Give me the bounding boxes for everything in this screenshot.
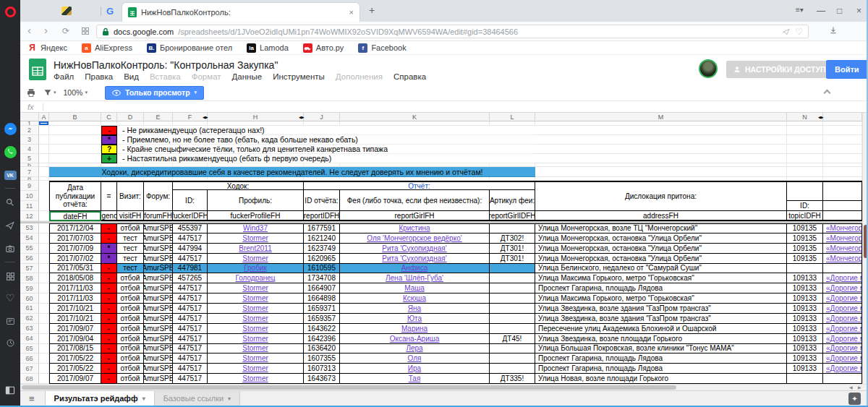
legend-text[interactable]: - Не риккамендуеццо (астерегаццо нах!) [117, 126, 535, 135]
cell-legend-mark[interactable]: - [101, 304, 117, 314]
cell[interactable] [39, 294, 49, 304]
cell-topic-link[interactable]: «Дорогие мо [823, 364, 862, 374]
cell-fucker-id[interactable]: 447994 [173, 244, 208, 254]
cell[interactable] [39, 314, 49, 324]
cell-profile-link[interactable]: Stormer [208, 254, 304, 264]
cell-girl-link[interactable]: Яна [340, 304, 490, 314]
cell-address[interactable]: Улица Большая Покровская, возле клиники … [535, 344, 787, 354]
pinned-tab-google[interactable]: G [104, 5, 116, 17]
cell-legend-mark[interactable]: - [101, 354, 117, 364]
row-header-10[interactable]: 10 [20, 191, 39, 201]
cell-girl-link[interactable]: Марина [340, 324, 490, 334]
bookmark-item[interactable]: ЯЯндекс [27, 43, 67, 53]
row-header-11[interactable]: 11 [20, 201, 39, 211]
cell-address[interactable]: Проспект Гагарина, площадь Лядова [535, 354, 787, 364]
header-report-id[interactable]: ID отчёта: [304, 190, 340, 211]
field-fuckerIDFH[interactable]: fuckerIDFH [173, 211, 208, 221]
cell-fucker-id[interactable]: 447517 [173, 304, 208, 314]
cell[interactable] [49, 135, 101, 145]
cell-girl-link[interactable]: Рита 'Сухопиздная' [340, 254, 490, 264]
cell-visit[interactable]: отбой [117, 273, 144, 283]
bookmark-item[interactable]: aAliExpress [82, 43, 132, 53]
row-header-68[interactable]: 68 [20, 374, 39, 384]
menu-Файл[interactable]: Файл [54, 72, 74, 81]
legend-text[interactable]: - Настаятильна риккамендуеццо (ебать ф п… [117, 154, 535, 163]
header-hodok[interactable]: Ходок: [173, 181, 304, 190]
field-addressFH[interactable]: addressFH [535, 211, 787, 221]
cell-topic-id[interactable]: 109133 [787, 334, 823, 344]
cell-report-id[interactable]: 1734708 [304, 273, 340, 283]
row-header-61[interactable]: 61 [20, 304, 39, 314]
cell-forum[interactable]: AmurSPB [144, 273, 173, 283]
cell[interactable] [39, 145, 49, 154]
field-reportGirlIDFH[interactable]: reportGirlIDFH [490, 211, 535, 221]
row-header-2[interactable]: 2 [20, 126, 39, 135]
cell-artikul[interactable] [490, 324, 535, 334]
cell-girl-link[interactable]: Маша [340, 283, 490, 294]
cell-fucker-id[interactable]: 447517 [173, 234, 208, 244]
header-feya[interactable]: Фея (либо точка, если фея неизвестна): [340, 190, 490, 211]
row-header-12[interactable]: 12 [20, 211, 39, 221]
cell-topic-id[interactable]: 109133 [787, 364, 823, 374]
row-header-67[interactable]: 67 [20, 364, 39, 374]
cell-artikul[interactable] [490, 273, 535, 283]
cell-visit[interactable]: отбой [117, 294, 144, 304]
field-reportIDFH[interactable]: reportIDFH [304, 211, 340, 221]
cell-forum[interactable]: AmurSPB [144, 344, 173, 354]
cell-fucker-id[interactable]: 447517 [173, 254, 208, 264]
cell-date[interactable]: 2017/08/15 [49, 344, 101, 354]
cell-profile-link[interactable]: Stormer [208, 344, 304, 354]
cell-report-id[interactable]: 1636420 [304, 344, 340, 354]
document-title[interactable]: НижНовПалкоКонтроль: "Контрольная Закупк… [54, 59, 278, 71]
cell[interactable] [787, 126, 823, 135]
hidden-columns-indicator-after-N[interactable]: ◀▶ [818, 115, 824, 119]
field-fuckerProfileFH[interactable]: fuckerProfileFH [208, 211, 304, 221]
cell-address[interactable]: Улица Белинского, недалеко от "Самурай С… [535, 264, 787, 274]
cell-topic-link[interactable]: «Дорогие мо [823, 344, 862, 354]
cell-girl-link[interactable]: Тая [340, 374, 490, 384]
cell-address[interactable]: Пересечение улиц Академика Блохиной и Ош… [535, 324, 787, 334]
header-otchet-link[interactable]: Отчёт: [304, 181, 535, 190]
cell-topic-id[interactable]: 109133 [787, 344, 823, 354]
cell-date[interactable]: 2017/12/04 [49, 223, 101, 234]
bookmark-heart-icon[interactable]: ♡ [795, 27, 803, 37]
field-dateFH[interactable]: dateFH [49, 211, 101, 221]
cell-forum[interactable]: AmurSPB [144, 254, 173, 264]
cell[interactable] [535, 135, 787, 145]
cell-address[interactable]: Улица Звездинка, возле здания "ГазПром т… [535, 314, 787, 324]
grid-corner[interactable] [20, 113, 39, 121]
header-date[interactable]: Дата публикации отчёта: [49, 181, 101, 211]
user-avatar[interactable] [699, 59, 718, 78]
cell-topic-id[interactable]: 109133 [787, 354, 823, 364]
my-flow-icon[interactable] [0, 217, 20, 234]
back-button[interactable]: ‹ [27, 24, 31, 36]
cell-topic-link[interactable]: «Мончегорс [823, 223, 862, 234]
cell-visit[interactable]: отбой [117, 354, 144, 364]
cell-artikul[interactable]: ДТ45! [490, 334, 535, 344]
cell-artikul[interactable]: ДТ335! [490, 374, 535, 384]
download-icon[interactable] [829, 26, 838, 35]
cell-topic-id[interactable]: 109135 [787, 223, 823, 234]
header-cut-empty[interactable] [823, 181, 862, 201]
cell-visit[interactable]: отбой [117, 374, 144, 384]
column-header-E[interactable]: E [144, 113, 173, 121]
legend-text[interactable]: - Крайне спецыфические тёлки, только для… [117, 145, 535, 154]
header-visit[interactable]: Визит: [117, 181, 144, 211]
cell[interactable] [823, 167, 862, 177]
tab-close-icon[interactable]: × [349, 8, 354, 17]
cell-topic-id[interactable] [787, 264, 823, 274]
row-header-56[interactable]: 56 [20, 254, 39, 264]
cell-fucker-id[interactable]: 447981 [173, 264, 208, 274]
cell[interactable] [39, 223, 49, 234]
hidden-columns-indicator-after-H[interactable]: ◀▶ [299, 115, 305, 119]
cell-address[interactable]: Улица Звездинка, возле площади Горького [535, 334, 787, 344]
cell-girl-link[interactable]: Рита 'Сухопиздная' [340, 244, 490, 254]
cell-girl-link[interactable]: Анфиса [340, 264, 490, 274]
cell-artikul[interactable] [490, 264, 535, 274]
field-visitFH[interactable]: visitFH [117, 211, 144, 221]
cell-report-id[interactable]: 1643622 [304, 324, 340, 334]
horizontal-scrollbar-thumb[interactable] [22, 385, 676, 390]
forward-button[interactable]: › [44, 24, 48, 36]
active-tab[interactable]: НижНовПалкоКонтроль: × [122, 2, 360, 22]
cell-topic-id[interactable]: 109133 [787, 324, 823, 334]
